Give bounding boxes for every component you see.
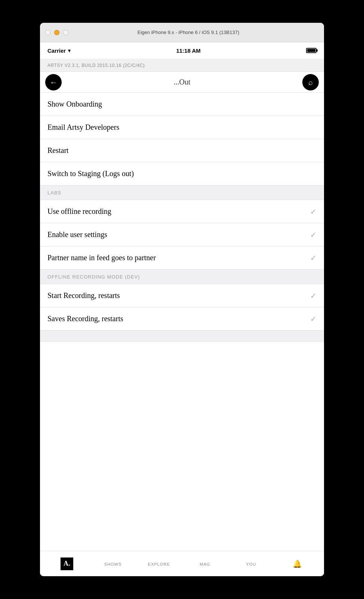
traffic-light-close[interactable] <box>45 30 50 35</box>
checkmark-icon: ✓ <box>310 230 317 239</box>
tab-item-explore[interactable]: EXPLORE <box>136 561 182 566</box>
list-item-label: Saves Recording, restarts <box>47 314 123 323</box>
status-time: 11:18 AM <box>176 47 200 54</box>
list-item-label: Switch to Staging (Logs out) <box>47 169 134 178</box>
artsy-logo: A. <box>61 557 73 570</box>
checkmark-icon: ✓ <box>310 254 317 262</box>
tab-item-you[interactable]: YOU <box>228 561 274 566</box>
battery-fill <box>307 49 315 52</box>
tab-label-you: YOU <box>246 562 256 566</box>
tab-label-shows: SHOWS <box>104 562 122 566</box>
labs-header-text: LABS <box>47 190 61 196</box>
traffic-light-fullscreen[interactable] <box>63 30 68 35</box>
list-item-start-recording[interactable]: Start Recording, restarts ✓ <box>40 284 324 307</box>
tab-label-explore: EXPLORE <box>148 562 170 566</box>
artsy-logo-text: A. <box>64 560 70 568</box>
bell-icon: 🔔 <box>293 559 302 568</box>
list-item-switch-staging[interactable]: Switch to Staging (Logs out) <box>40 162 324 185</box>
search-button[interactable]: ⌕ <box>302 74 319 90</box>
back-icon: ← <box>50 79 57 86</box>
phone-content: Carrier ▾ 11:18 AM ARTSY V2.3.1, BUILD 2… <box>40 42 324 576</box>
list-item-restart[interactable]: Restart <box>40 139 324 162</box>
traffic-light-minimize[interactable] <box>54 30 59 35</box>
checkmark-icon: ✓ <box>310 291 317 300</box>
list-item-label: Show Onboarding <box>47 100 102 108</box>
version-banner: ARTSY V2.3.1, BUILD 2015.10.16 (2C/C/4C) <box>40 59 324 72</box>
status-bar: Carrier ▾ 11:18 AM <box>40 42 324 59</box>
mac-window: Eigen iPhone 9.x - iPhone 6 / iOS 9.1 (1… <box>40 23 324 576</box>
checkmark-icon: ✓ <box>310 207 317 216</box>
list-item-label: Email Artsy Developers <box>47 123 119 132</box>
tab-label-mag: MAG <box>200 562 210 566</box>
tab-item-mag[interactable]: MAG <box>182 561 228 566</box>
list-item-offline-recording[interactable]: Use offline recording ✓ <box>40 200 324 223</box>
battery-icon <box>306 48 317 53</box>
wifi-icon: ▾ <box>68 48 71 53</box>
list-item-label: Use offline recording <box>47 207 111 216</box>
tab-item-shows[interactable]: SHOWS <box>90 561 136 566</box>
list-item-label: Restart <box>47 146 69 155</box>
back-button[interactable]: ← <box>45 74 62 90</box>
list-footer <box>40 331 324 342</box>
offline-header-text: OFFLINE RECORDING MODE (DEV) <box>47 274 140 280</box>
nav-title: ...Out <box>174 78 191 86</box>
list-item-user-settings[interactable]: Enable user settings ✓ <box>40 223 324 246</box>
checkmark-icon: ✓ <box>310 314 317 323</box>
list-item-label: Enable user settings <box>47 230 107 239</box>
version-text: ARTSY V2.3.1, BUILD 2015.10.16 (2C/C/4C) <box>47 63 145 68</box>
tab-item-home[interactable]: A. <box>44 557 90 570</box>
offline-section-header: OFFLINE RECORDING MODE (DEV) <box>40 270 324 284</box>
status-right <box>306 48 317 53</box>
tab-bar: A. SHOWS EXPLORE MAG YOU 🔔 <box>40 551 324 576</box>
list-container: Show Onboarding Email Artsy Developers R… <box>40 93 324 551</box>
status-left: Carrier ▾ <box>47 47 71 54</box>
carrier-label: Carrier <box>47 47 66 54</box>
list-item-label: Partner name in feed goes to partner <box>47 254 156 262</box>
list-item-saves-recording[interactable]: Saves Recording, restarts ✓ <box>40 307 324 331</box>
title-bar: Eigen iPhone 9.x - iPhone 6 / iOS 9.1 (1… <box>40 23 324 42</box>
search-icon: ⌕ <box>308 79 313 86</box>
list-item-show-onboarding[interactable]: Show Onboarding <box>40 93 324 116</box>
nav-bar: ← ...Out ⌕ <box>40 72 324 93</box>
list-item-email-artsy[interactable]: Email Artsy Developers <box>40 116 324 139</box>
window-title: Eigen iPhone 9.x - iPhone 6 / iOS 9.1 (1… <box>72 30 305 35</box>
labs-section-header: LABS <box>40 185 324 200</box>
list-item-label: Start Recording, restarts <box>47 291 120 300</box>
tab-item-notifications[interactable]: 🔔 <box>274 559 320 568</box>
list-item-partner-name[interactable]: Partner name in feed goes to partner ✓ <box>40 246 324 270</box>
